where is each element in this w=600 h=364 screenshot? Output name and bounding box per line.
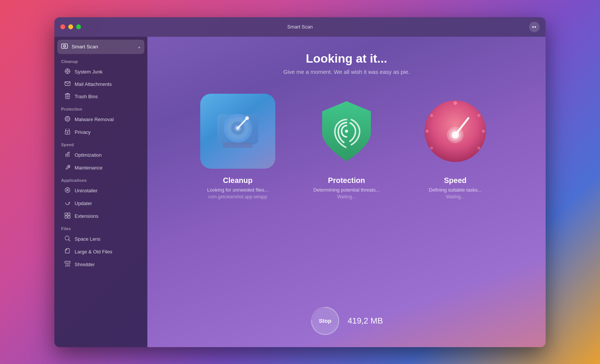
maximize-button[interactable] bbox=[76, 24, 81, 29]
extensions-label: Extensions bbox=[75, 213, 99, 219]
maintenance-label: Maintenance bbox=[75, 165, 102, 171]
cleanup-icon-area bbox=[200, 94, 275, 169]
svg-line-47 bbox=[69, 264, 70, 267]
uninstaller-label: Uninstaller bbox=[75, 188, 98, 193]
shredder-icon bbox=[64, 261, 71, 268]
sidebar-item-updater[interactable]: Updater bbox=[57, 197, 144, 210]
protection-card: Protection Determining potential threats… bbox=[298, 94, 395, 199]
sidebar-item-privacy[interactable]: Privacy bbox=[57, 126, 144, 138]
window-title: Smart Scan bbox=[287, 24, 313, 30]
sidebar-item-shredder[interactable]: Shredder bbox=[57, 258, 144, 271]
sidebar-item-malware-removal[interactable]: Malware Removal bbox=[57, 113, 144, 126]
svg-point-70 bbox=[452, 131, 459, 139]
optimization-icon bbox=[64, 151, 71, 159]
svg-point-63 bbox=[426, 130, 429, 133]
mail-attachments-label: Mail Attachments bbox=[75, 81, 112, 87]
svg-point-58 bbox=[345, 130, 348, 133]
svg-point-62 bbox=[482, 130, 485, 133]
shield-container bbox=[311, 96, 382, 167]
large-files-icon bbox=[64, 248, 71, 255]
section-label-protection: Protection bbox=[54, 103, 147, 113]
speed-icon-area bbox=[418, 94, 493, 169]
sidebar: Smart Scan ⬥ Cleanup System Junk bbox=[54, 37, 147, 347]
sidebar-item-extensions[interactable]: Extensions bbox=[57, 210, 144, 222]
svg-rect-39 bbox=[65, 216, 67, 218]
svg-line-24 bbox=[66, 117, 67, 118]
svg-line-19 bbox=[69, 117, 69, 118]
stop-button-wrapper: Stop bbox=[310, 306, 340, 336]
sidebar-item-system-junk[interactable]: System Junk bbox=[57, 66, 144, 78]
svg-point-66 bbox=[477, 147, 480, 150]
speed-card: Speed Defining suitable tasks... Waiting… bbox=[406, 94, 504, 199]
svg-point-2 bbox=[64, 46, 65, 46]
svg-line-45 bbox=[67, 264, 68, 267]
speed-card-substatus: Waiting... bbox=[446, 194, 465, 199]
speed-container bbox=[420, 96, 491, 167]
svg-rect-40 bbox=[68, 216, 70, 218]
stop-area: Stop 419,2 MB bbox=[310, 306, 383, 336]
section-label-applications: Applications bbox=[54, 174, 147, 184]
malware-icon bbox=[64, 116, 71, 123]
speed-card-status: Defining suitable tasks... bbox=[429, 187, 482, 193]
scan-size-display: 419,2 MB bbox=[348, 316, 383, 326]
updater-label: Updater bbox=[75, 201, 92, 206]
svg-line-44 bbox=[66, 264, 66, 267]
privacy-icon bbox=[64, 129, 71, 136]
extensions-icon bbox=[64, 213, 71, 220]
system-junk-icon bbox=[64, 68, 71, 75]
protection-card-title: Protection bbox=[328, 176, 365, 185]
sidebar-item-maintenance[interactable]: Maintenance bbox=[57, 162, 144, 174]
main-content: Looking at it... Give me a moment. We al… bbox=[147, 37, 546, 347]
svg-point-25 bbox=[67, 118, 68, 120]
optimization-label: Optimization bbox=[75, 152, 102, 158]
space-lens-icon bbox=[64, 235, 71, 243]
svg-rect-57 bbox=[223, 142, 253, 148]
trash-icon bbox=[64, 93, 71, 100]
svg-point-61 bbox=[477, 114, 480, 117]
close-button[interactable] bbox=[60, 24, 65, 29]
speed-card-title: Speed bbox=[444, 176, 466, 185]
space-lens-label: Space Lens bbox=[75, 236, 100, 242]
app-window: Smart Scan •• Smart Scan ⬥ Cleanup bbox=[54, 17, 546, 347]
cards-row: Cleanup Looking for unneeded files... co… bbox=[189, 94, 504, 199]
section-label-speed: Speed bbox=[54, 139, 147, 148]
more-options-button[interactable]: •• bbox=[529, 22, 540, 32]
sidebar-item-large-old-files[interactable]: Large & Old Files bbox=[57, 246, 144, 258]
smart-scan-icon bbox=[61, 43, 68, 51]
malware-removal-label: Malware Removal bbox=[75, 117, 114, 122]
arrow-icon: ⬥ bbox=[138, 45, 141, 49]
minimize-button[interactable] bbox=[68, 24, 73, 29]
uninstaller-icon bbox=[64, 187, 71, 194]
large-old-files-label: Large & Old Files bbox=[75, 249, 112, 255]
sidebar-item-trash-bins[interactable]: Trash Bins bbox=[57, 90, 144, 103]
protection-card-status: Determining potential threats... bbox=[313, 187, 380, 193]
sidebar-item-mail-attachments[interactable]: Mail Attachments bbox=[57, 78, 144, 90]
svg-line-23 bbox=[69, 120, 69, 120]
svg-rect-43 bbox=[65, 261, 70, 263]
section-label-cleanup: Cleanup bbox=[54, 55, 147, 65]
svg-point-65 bbox=[430, 147, 433, 150]
shredder-label: Shredder bbox=[75, 262, 94, 267]
svg-line-20 bbox=[66, 120, 67, 120]
page-subtitle: Give me a moment. We all wish it was eas… bbox=[283, 69, 410, 75]
maintenance-icon bbox=[64, 164, 71, 171]
svg-rect-37 bbox=[65, 213, 67, 215]
main-layout: Smart Scan ⬥ Cleanup System Junk bbox=[54, 37, 546, 347]
system-junk-label: System Junk bbox=[75, 69, 102, 75]
sidebar-item-optimization[interactable]: Optimization bbox=[57, 149, 144, 161]
smart-scan-label: Smart Scan bbox=[72, 44, 98, 49]
svg-point-56 bbox=[245, 116, 249, 120]
sidebar-item-smart-scan[interactable]: Smart Scan ⬥ bbox=[57, 40, 144, 54]
sidebar-item-space-lens[interactable]: Space Lens bbox=[57, 233, 144, 245]
page-title: Looking at it... bbox=[306, 52, 387, 66]
stop-button[interactable]: Stop bbox=[312, 308, 338, 334]
sidebar-item-uninstaller[interactable]: Uninstaller bbox=[57, 184, 144, 197]
cleanup-card-title: Cleanup bbox=[223, 176, 253, 185]
trash-bins-label: Trash Bins bbox=[75, 94, 98, 99]
protection-icon-area bbox=[309, 94, 384, 169]
updater-icon bbox=[64, 200, 71, 207]
svg-rect-38 bbox=[68, 213, 70, 215]
titlebar: Smart Scan •• bbox=[54, 17, 546, 37]
svg-line-42 bbox=[69, 240, 70, 241]
privacy-label: Privacy bbox=[75, 129, 91, 135]
